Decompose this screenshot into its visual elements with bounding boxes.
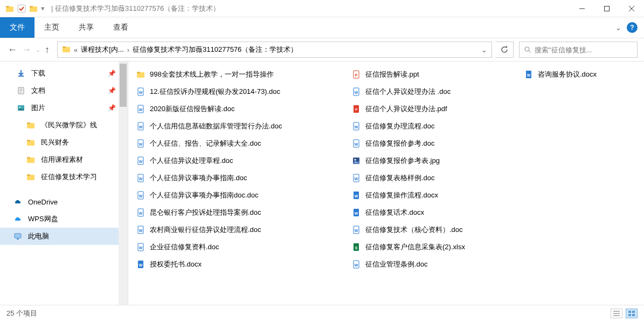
file-item[interactable]: 个人征信异议事项办事指南.doc — [136, 169, 351, 187]
folder-icon — [136, 70, 146, 79]
help-button[interactable]: ? — [627, 22, 638, 33]
file-item[interactable]: 昆仑银行客户投诉处理指导案例.doc — [136, 204, 351, 221]
onedrive-icon — [13, 197, 23, 207]
breadcrumb-seg1[interactable]: 课程技术[内... — [81, 45, 123, 54]
doc-icon — [136, 156, 146, 166]
file-name: 征信修复办理流程.doc — [365, 121, 435, 131]
file-item[interactable]: 授权委托书.docx — [136, 256, 351, 273]
file-name: 征信个人异议处理办法.pdf — [365, 104, 447, 114]
expand-ribbon-icon[interactable]: ⌄ — [615, 24, 621, 32]
sidebar-item[interactable]: WPS网盘 — [0, 210, 128, 228]
sidebar-item[interactable]: 信用课程素材 — [0, 151, 128, 168]
file-item[interactable]: 征信修复客户信息采集表(2).xlsx — [351, 238, 524, 256]
close-button[interactable] — [619, 0, 644, 17]
sidebar-item-label: 文档 — [31, 86, 45, 95]
breadcrumb-prefix[interactable]: « — [74, 46, 78, 54]
sidebar-item[interactable]: OneDrive — [0, 193, 128, 210]
pin-icon: 📌 — [108, 104, 116, 112]
tab-view[interactable]: 查看 — [103, 17, 138, 38]
svg-line-29 — [529, 51, 531, 53]
sidebar-item[interactable]: 《民兴微学院》线 — [0, 117, 128, 134]
sidebar-item-label: OneDrive — [28, 198, 58, 206]
history-dropdown[interactable]: ⌄ — [36, 46, 40, 53]
folder-icon — [62, 45, 71, 55]
file-item[interactable]: 征信报告解读.ppt — [351, 66, 524, 83]
doc-icon — [136, 173, 146, 183]
file-item[interactable]: 征信修复报价参考表.jpg — [351, 152, 524, 169]
folder-icon — [26, 155, 36, 165]
file-item[interactable]: 个人信用信息基础数据库管理暂行办法.doc — [136, 118, 351, 135]
file-item[interactable]: 征信业管理条例.doc — [351, 256, 524, 273]
sidebar-item[interactable]: 征信修复技术学习 — [0, 168, 128, 186]
address-bar[interactable]: « 课程技术[内... › 征信修复技术学习加薇3110277576（备注：学技… — [57, 42, 492, 58]
file-item[interactable]: 998全套技术线上教学，一对一指导操作 — [136, 66, 351, 83]
file-name: 征信个人异议处理办法 .doc — [365, 87, 451, 97]
file-name: 昆仑银行客户投诉处理指导案例.doc — [150, 208, 261, 217]
file-name: 征信修复表格样例.doc — [365, 173, 435, 183]
sidebar-item[interactable]: 图片📌 — [0, 99, 128, 117]
sidebar-item[interactable]: 文档📌 — [0, 82, 128, 99]
file-name: 个人征信异议处理章程.doc — [150, 156, 233, 166]
sidebar-item[interactable]: 民兴财务 — [0, 134, 128, 151]
sidebar: 下载📌文档📌图片📌《民兴微学院》线民兴财务信用课程素材征信修复技术学习OneDr… — [0, 62, 128, 305]
file-item[interactable]: 征信修复报价参考.doc — [351, 135, 524, 152]
tab-share[interactable]: 共享 — [69, 17, 103, 38]
file-item[interactable]: 征信修复操作流程.docx — [351, 187, 524, 204]
sidebar-item[interactable]: 下载📌 — [0, 65, 128, 82]
checkbox-icon[interactable] — [17, 4, 26, 13]
chevron-right-icon[interactable]: › — [127, 46, 129, 54]
file-item[interactable]: 征信个人异议处理办法 .doc — [351, 83, 524, 100]
file-item[interactable]: 个人征信异议处理章程.doc — [136, 152, 351, 169]
minimize-button[interactable] — [570, 0, 594, 17]
file-name: 2020新版征信报告解读.doc — [150, 104, 235, 114]
address-dropdown[interactable]: ⌄ — [481, 46, 487, 54]
file-name: 个人征信异议事项办事指南doc.doc — [150, 190, 259, 200]
file-item[interactable]: 征信修复办理流程.doc — [351, 118, 524, 135]
doc-icon — [136, 87, 146, 97]
file-item[interactable]: 个人征信异议事项办事指南doc.doc — [136, 187, 351, 204]
sidebar-item-label: 民兴财务 — [41, 138, 69, 147]
up-button[interactable]: ↑ — [45, 44, 50, 56]
folder-icon — [29, 4, 38, 13]
folder-icon — [5, 4, 14, 13]
file-item[interactable]: 征信修复表格样例.doc — [351, 169, 524, 187]
search-input[interactable] — [535, 46, 633, 54]
docx-icon — [351, 208, 361, 217]
back-button[interactable]: ← — [8, 44, 17, 56]
file-item[interactable]: 12.征信投诉办理规程(银办发2014-73).doc — [136, 83, 351, 100]
file-name: 咨询服务协议.docx — [538, 70, 597, 79]
pdf-icon — [351, 104, 361, 114]
refresh-button[interactable] — [495, 42, 514, 58]
sidebar-item[interactable]: 此电脑 — [0, 228, 128, 245]
sidebar-item-label: 此电脑 — [28, 231, 49, 241]
forward-button[interactable]: → — [22, 44, 31, 56]
tab-home[interactable]: 主页 — [34, 17, 69, 38]
titlebar: ▾ | 征信修复技术学习加薇3110277576（备注：学技术） — [0, 0, 644, 17]
doc-icon — [351, 173, 361, 183]
tab-file[interactable]: 文件 — [0, 17, 34, 38]
navbar: ← → ⌄ ↑ « 课程技术[内... › 征信修复技术学习加薇31102775… — [0, 38, 644, 62]
file-item[interactable]: 咨询服务协议.docx — [524, 66, 642, 83]
sidebar-item-label: 征信修复技术学习 — [41, 172, 97, 182]
item-count: 25 个项目 — [6, 309, 37, 318]
view-icons-button[interactable] — [626, 309, 638, 318]
file-item[interactable]: 征信修复技术（核心资料）.doc — [351, 221, 524, 238]
file-item[interactable]: 个人征信、报告、记录解读大全.doc — [136, 135, 351, 152]
file-item[interactable]: 企业征信修复资料.doc — [136, 238, 351, 256]
breadcrumb-seg2[interactable]: 征信修复技术学习加薇3110277576（备注：学技术） — [133, 45, 297, 54]
view-details-button[interactable] — [611, 309, 622, 318]
sidebar-item-label: WPS网盘 — [28, 214, 58, 224]
doc-icon — [16, 86, 26, 95]
file-item[interactable]: 征信修复话术.docx — [351, 204, 524, 221]
sidebar-item-label: 图片 — [31, 103, 45, 113]
scrollbar[interactable] — [119, 62, 128, 305]
file-item[interactable]: 农村商业银行征信异议处理流程.doc — [136, 221, 351, 238]
file-item[interactable]: 2020新版征信报告解读.doc — [136, 100, 351, 118]
search-box[interactable] — [519, 42, 638, 58]
maximize-button[interactable] — [594, 0, 619, 17]
file-name: 征信修复报价参考表.jpg — [365, 156, 440, 166]
file-list: 998全套技术线上教学，一对一指导操作12.征信投诉办理规程(银办发2014-7… — [128, 62, 644, 305]
docx-icon — [524, 70, 534, 79]
file-item[interactable]: 征信个人异议处理办法.pdf — [351, 100, 524, 118]
doc-icon — [136, 225, 146, 235]
